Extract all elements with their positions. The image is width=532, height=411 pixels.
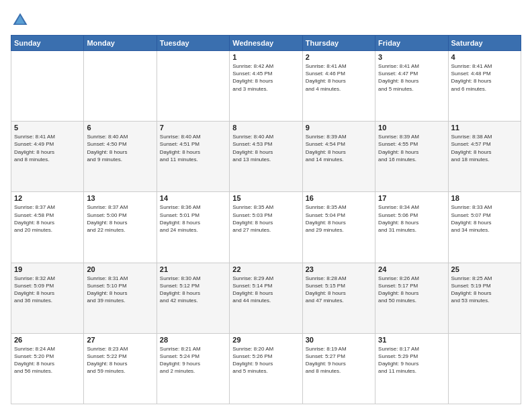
day-number: 4 (451, 53, 518, 61)
calendar-day-cell: 29Sunrise: 8:20 AMSunset: 5:26 PMDayligh… (230, 333, 302, 404)
calendar-day-cell: 24Sunrise: 8:26 AMSunset: 5:17 PMDayligh… (375, 263, 448, 333)
calendar-day-cell: 15Sunrise: 8:35 AMSunset: 5:03 PMDayligh… (230, 192, 302, 263)
day-number: 28 (160, 336, 226, 344)
day-number: 7 (160, 124, 226, 132)
page: SundayMondayTuesdayWednesdayThursdayFrid… (0, 0, 532, 411)
day-info: Sunrise: 8:39 AMSunset: 4:55 PMDaylight:… (378, 133, 445, 163)
day-info: Sunrise: 8:36 AMSunset: 5:01 PMDaylight:… (160, 203, 226, 234)
calendar-day-cell: 20Sunrise: 8:31 AMSunset: 5:10 PMDayligh… (84, 263, 157, 333)
header (11, 11, 521, 30)
day-number: 14 (160, 194, 226, 202)
calendar-day-cell: 1Sunrise: 8:42 AMSunset: 4:45 PMDaylight… (230, 51, 302, 122)
day-number: 9 (306, 124, 372, 132)
logo (11, 11, 32, 30)
day-number: 31 (378, 336, 445, 344)
day-info: Sunrise: 8:35 AMSunset: 5:04 PMDaylight:… (306, 203, 372, 234)
day-number: 11 (451, 124, 518, 132)
day-info: Sunrise: 8:20 AMSunset: 5:26 PMDaylight:… (232, 345, 299, 375)
calendar-table: SundayMondayTuesdayWednesdayThursdayFrid… (11, 35, 521, 404)
day-info: Sunrise: 8:25 AMSunset: 5:19 PMDaylight:… (451, 275, 518, 305)
calendar-day-cell: 17Sunrise: 8:34 AMSunset: 5:06 PMDayligh… (375, 192, 448, 263)
calendar-day-cell: 6Sunrise: 8:40 AMSunset: 4:50 PMDaylight… (84, 122, 157, 192)
calendar-day-cell: 4Sunrise: 8:41 AMSunset: 4:48 PMDaylight… (448, 51, 521, 122)
day-number: 10 (378, 124, 445, 132)
day-number: 1 (232, 53, 299, 61)
day-number: 26 (14, 336, 81, 344)
weekday-header: Monday (84, 36, 157, 51)
day-info: Sunrise: 8:40 AMSunset: 4:53 PMDaylight:… (232, 133, 299, 163)
day-info: Sunrise: 8:37 AMSunset: 5:00 PMDaylight:… (87, 203, 153, 234)
day-info: Sunrise: 8:19 AMSunset: 5:27 PMDaylight:… (306, 345, 372, 375)
calendar-week-row: 19Sunrise: 8:32 AMSunset: 5:09 PMDayligh… (11, 263, 521, 333)
day-info: Sunrise: 8:41 AMSunset: 4:48 PMDaylight:… (451, 62, 518, 93)
day-number: 23 (306, 265, 372, 273)
day-number: 2 (306, 53, 372, 61)
day-number: 13 (87, 194, 153, 202)
day-info: Sunrise: 8:35 AMSunset: 5:03 PMDaylight:… (232, 203, 299, 234)
day-info: Sunrise: 8:40 AMSunset: 4:51 PMDaylight:… (160, 133, 226, 163)
calendar-week-row: 12Sunrise: 8:37 AMSunset: 4:58 PMDayligh… (11, 192, 521, 263)
day-info: Sunrise: 8:26 AMSunset: 5:17 PMDaylight:… (378, 275, 445, 305)
calendar-day-cell: 11Sunrise: 8:38 AMSunset: 4:57 PMDayligh… (448, 122, 521, 192)
day-info: Sunrise: 8:41 AMSunset: 4:49 PMDaylight:… (14, 133, 81, 163)
calendar-day-cell: 9Sunrise: 8:39 AMSunset: 4:54 PMDaylight… (302, 122, 375, 192)
calendar-day-cell: 14Sunrise: 8:36 AMSunset: 5:01 PMDayligh… (157, 192, 229, 263)
day-info: Sunrise: 8:30 AMSunset: 5:12 PMDaylight:… (160, 275, 226, 305)
calendar-day-cell: 18Sunrise: 8:33 AMSunset: 5:07 PMDayligh… (448, 192, 521, 263)
day-number: 25 (451, 265, 518, 273)
day-number: 24 (378, 265, 445, 273)
day-number: 30 (306, 336, 372, 344)
weekday-header: Friday (375, 36, 448, 51)
day-number: 27 (87, 336, 153, 344)
weekday-header: Saturday (448, 36, 521, 51)
day-number: 19 (14, 265, 81, 273)
calendar-day-cell: 12Sunrise: 8:37 AMSunset: 4:58 PMDayligh… (11, 192, 84, 263)
day-info: Sunrise: 8:32 AMSunset: 5:09 PMDaylight:… (14, 275, 81, 305)
calendar-day-cell: 22Sunrise: 8:29 AMSunset: 5:14 PMDayligh… (230, 263, 302, 333)
day-number: 22 (232, 265, 299, 273)
day-number: 12 (14, 194, 81, 202)
day-info: Sunrise: 8:37 AMSunset: 4:58 PMDaylight:… (14, 203, 81, 234)
calendar-day-cell: 26Sunrise: 8:24 AMSunset: 5:20 PMDayligh… (11, 333, 84, 404)
calendar-day-cell: 7Sunrise: 8:40 AMSunset: 4:51 PMDaylight… (157, 122, 229, 192)
day-info: Sunrise: 8:41 AMSunset: 4:46 PMDaylight:… (306, 62, 372, 93)
calendar-header-row: SundayMondayTuesdayWednesdayThursdayFrid… (11, 36, 521, 51)
calendar-day-cell: 27Sunrise: 8:23 AMSunset: 5:22 PMDayligh… (84, 333, 157, 404)
calendar-day-cell (448, 333, 521, 404)
calendar-day-cell: 25Sunrise: 8:25 AMSunset: 5:19 PMDayligh… (448, 263, 521, 333)
logo-icon (11, 11, 30, 30)
calendar-day-cell: 10Sunrise: 8:39 AMSunset: 4:55 PMDayligh… (375, 122, 448, 192)
calendar-day-cell: 30Sunrise: 8:19 AMSunset: 5:27 PMDayligh… (302, 333, 375, 404)
calendar-week-row: 26Sunrise: 8:24 AMSunset: 5:20 PMDayligh… (11, 333, 521, 404)
calendar-day-cell: 21Sunrise: 8:30 AMSunset: 5:12 PMDayligh… (157, 263, 229, 333)
day-number: 15 (232, 194, 299, 202)
calendar-day-cell (11, 51, 84, 122)
calendar-week-row: 5Sunrise: 8:41 AMSunset: 4:49 PMDaylight… (11, 122, 521, 192)
calendar-day-cell: 28Sunrise: 8:21 AMSunset: 5:24 PMDayligh… (157, 333, 229, 404)
day-info: Sunrise: 8:41 AMSunset: 4:47 PMDaylight:… (378, 62, 445, 93)
day-info: Sunrise: 8:21 AMSunset: 5:24 PMDaylight:… (160, 345, 226, 375)
weekday-header: Wednesday (230, 36, 302, 51)
day-number: 29 (232, 336, 299, 344)
day-info: Sunrise: 8:31 AMSunset: 5:10 PMDaylight:… (87, 275, 153, 305)
calendar-day-cell: 8Sunrise: 8:40 AMSunset: 4:53 PMDaylight… (230, 122, 302, 192)
day-info: Sunrise: 8:24 AMSunset: 5:20 PMDaylight:… (14, 345, 81, 375)
day-number: 21 (160, 265, 226, 273)
calendar-day-cell: 2Sunrise: 8:41 AMSunset: 4:46 PMDaylight… (302, 51, 375, 122)
calendar-day-cell: 23Sunrise: 8:28 AMSunset: 5:15 PMDayligh… (302, 263, 375, 333)
day-number: 6 (87, 124, 153, 132)
day-number: 17 (378, 194, 445, 202)
weekday-header: Sunday (11, 36, 84, 51)
day-info: Sunrise: 8:34 AMSunset: 5:06 PMDaylight:… (378, 203, 445, 234)
calendar-day-cell (84, 51, 157, 122)
day-info: Sunrise: 8:40 AMSunset: 4:50 PMDaylight:… (87, 133, 153, 163)
day-number: 8 (232, 124, 299, 132)
day-info: Sunrise: 8:29 AMSunset: 5:14 PMDaylight:… (232, 275, 299, 305)
calendar-week-row: 1Sunrise: 8:42 AMSunset: 4:45 PMDaylight… (11, 51, 521, 122)
day-info: Sunrise: 8:33 AMSunset: 5:07 PMDaylight:… (451, 203, 518, 234)
calendar-day-cell: 16Sunrise: 8:35 AMSunset: 5:04 PMDayligh… (302, 192, 375, 263)
day-info: Sunrise: 8:17 AMSunset: 5:29 PMDaylight:… (378, 345, 445, 375)
day-number: 5 (14, 124, 81, 132)
calendar-day-cell: 5Sunrise: 8:41 AMSunset: 4:49 PMDaylight… (11, 122, 84, 192)
day-info: Sunrise: 8:39 AMSunset: 4:54 PMDaylight:… (306, 133, 372, 163)
